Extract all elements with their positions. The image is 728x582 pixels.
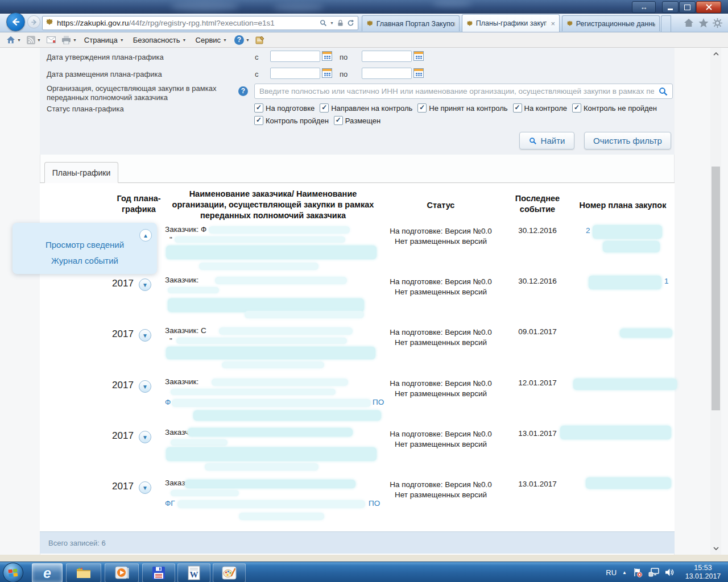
date-placed-from-input[interactable] xyxy=(270,68,320,79)
compatibility-view-button[interactable]: ↔ xyxy=(632,1,656,13)
favorites-button[interactable] xyxy=(697,17,710,28)
maximize-button[interactable] xyxy=(679,1,696,13)
menu-item-event-log[interactable]: Журнал событий xyxy=(13,256,157,265)
org-search-field[interactable] xyxy=(254,84,673,99)
row-expand-button[interactable]: ▼ xyxy=(139,380,151,393)
close-button[interactable] xyxy=(696,1,721,13)
action-center-flag-icon[interactable] xyxy=(632,568,643,577)
language-indicator[interactable]: RU xyxy=(606,568,617,577)
calendar-icon[interactable] xyxy=(413,51,424,61)
settings-button[interactable] xyxy=(711,17,723,28)
checkbox-na-kontrole[interactable]: ✓На контроле xyxy=(513,103,567,113)
tab-plan-schedules[interactable]: Планы-графики закуп... × xyxy=(462,14,560,32)
date-approved-to-input[interactable] xyxy=(362,51,412,62)
taskbar-clock[interactable]: 15:53 13.01.2017 xyxy=(680,564,726,581)
volume-icon[interactable] xyxy=(665,568,675,577)
address-bar[interactable]: https://zakupki.gov.ru/44fz/rpg/registry… xyxy=(42,16,358,30)
row-expand-button[interactable]: ▼ xyxy=(139,431,151,443)
taskbar-media-player-button[interactable] xyxy=(105,563,139,582)
chevron-down-icon: ▼ xyxy=(223,38,227,42)
filter-panel: Дата утверждения плана-графика с по Дата… xyxy=(40,48,675,155)
tab-partial-stub[interactable] xyxy=(661,15,671,32)
plan-number-cell[interactable] xyxy=(572,324,677,364)
tab-home-portal[interactable]: Главная Портал Закупок xyxy=(362,15,460,31)
status-cell: На подготовке: Версия №0.0Нет размещенны… xyxy=(387,277,495,297)
table-footer: Всего записей: 6 xyxy=(40,531,675,554)
date-approved-from-input[interactable] xyxy=(270,51,320,62)
calendar-icon[interactable] xyxy=(322,68,332,78)
menu-security[interactable]: Безопасность ▼ xyxy=(130,36,190,44)
home-menu-button[interactable]: ▼ xyxy=(5,36,23,44)
show-hidden-icons-button[interactable]: ▲ xyxy=(622,570,627,575)
forward-button[interactable] xyxy=(27,15,40,28)
plan-number-cell[interactable]: 1 xyxy=(572,273,677,313)
taskbar-save-floppy-button[interactable] xyxy=(142,563,175,582)
row-expand-button[interactable]: ▼ xyxy=(139,481,151,494)
print-button[interactable]: ▼ xyxy=(60,36,78,44)
scrollbar-thumb[interactable] xyxy=(712,167,720,410)
calendar-icon[interactable] xyxy=(322,51,332,61)
printer-icon xyxy=(61,36,71,44)
row-expand-button[interactable]: ▼ xyxy=(139,329,151,342)
help-icon[interactable]: ? xyxy=(238,86,248,96)
taskbar: e W RU ▲ 15:53 13.01.2017 xyxy=(0,562,728,582)
search-icon[interactable] xyxy=(320,19,327,27)
taskbar-explorer-button[interactable] xyxy=(66,563,101,582)
find-button-label: Найти xyxy=(541,136,565,146)
back-button[interactable] xyxy=(6,13,25,31)
checkbox-checked-icon: ✓ xyxy=(320,103,329,113)
checkbox-ne-prinyat-na-kontrol[interactable]: ✓Не принят на контроль xyxy=(417,103,507,113)
checkbox-kontrol-proiden[interactable]: ✓Контроль пройден xyxy=(254,116,329,125)
plan-number-cell[interactable] xyxy=(572,375,677,415)
plan-number-cell[interactable] xyxy=(572,476,677,516)
checkbox-napravlen-na-kontrol[interactable]: ✓Направлен на контроль xyxy=(320,103,412,113)
tab-plan-schedules-section[interactable]: Планы-графики xyxy=(44,162,118,183)
redacted-link xyxy=(603,241,660,252)
checkbox-kontrol-ne-proiden[interactable]: ✓Контроль не пройден xyxy=(572,103,657,113)
desktop: ↔ https://zakupki.gov.ru/44fz/rpg/regist… xyxy=(0,0,728,582)
help-button[interactable]: ? ▼ xyxy=(233,35,251,45)
menu-service[interactable]: Сервис ▼ xyxy=(192,36,230,44)
taskbar-word-button[interactable]: W xyxy=(177,563,210,582)
menu-page[interactable]: Страница ▼ xyxy=(81,36,127,44)
last-event-cell: 12.01.2017 xyxy=(510,379,565,387)
tab-close-icon[interactable]: × xyxy=(551,19,555,28)
checkbox-razmeshchen[interactable]: ✓Размещен xyxy=(334,116,380,125)
checkbox-na-podgotovke[interactable]: ✓На подготовке xyxy=(254,103,315,113)
minimize-button[interactable] xyxy=(662,1,679,13)
star-icon xyxy=(698,18,709,28)
redacted-text xyxy=(239,513,324,520)
vertical-scrollbar[interactable] xyxy=(710,48,721,555)
network-icon[interactable] xyxy=(648,568,659,577)
chevron-up-icon xyxy=(713,52,719,56)
notes-tool-button[interactable] xyxy=(254,36,266,44)
mail-icon xyxy=(47,36,56,43)
menu-item-view-details[interactable]: Просмотр сведений xyxy=(13,240,157,250)
plan-number-cell[interactable]: 2 xyxy=(572,223,677,263)
window-titlebar[interactable]: ↔ xyxy=(0,0,728,14)
browser-navbar: https://zakupki.gov.ru/44fz/rpg/registry… xyxy=(0,14,728,32)
redacted-text xyxy=(215,277,347,284)
tab-registration-data[interactable]: Регистрационные данны... xyxy=(562,15,660,31)
date-placed-to-input[interactable] xyxy=(362,68,412,79)
chevron-down-icon: ▼ xyxy=(246,38,250,42)
redacted-text xyxy=(168,287,219,293)
row-expand-button[interactable]: ▼ xyxy=(139,278,151,291)
clear-filter-button[interactable]: Очистить фильтр xyxy=(584,132,671,149)
calendar-icon[interactable] xyxy=(413,68,424,78)
search-icon[interactable] xyxy=(659,87,668,96)
rss-feed-button[interactable]: ▼ xyxy=(25,36,43,44)
titlebar-glass-highlight xyxy=(273,3,324,11)
read-mail-button[interactable] xyxy=(45,36,57,43)
taskbar-paint-button[interactable] xyxy=(213,563,246,582)
taskbar-ie-button[interactable]: e xyxy=(32,563,63,582)
start-button[interactable] xyxy=(3,563,23,582)
search-dropdown-icon[interactable]: ▼ xyxy=(330,21,334,25)
scroll-up-button[interactable] xyxy=(710,48,721,60)
home-button[interactable] xyxy=(682,17,695,28)
refresh-icon[interactable] xyxy=(347,19,354,27)
org-search-input[interactable] xyxy=(255,87,659,95)
scroll-down-button[interactable] xyxy=(710,542,721,555)
find-button[interactable]: Найти xyxy=(519,132,574,149)
plan-number-cell[interactable] xyxy=(572,426,677,465)
